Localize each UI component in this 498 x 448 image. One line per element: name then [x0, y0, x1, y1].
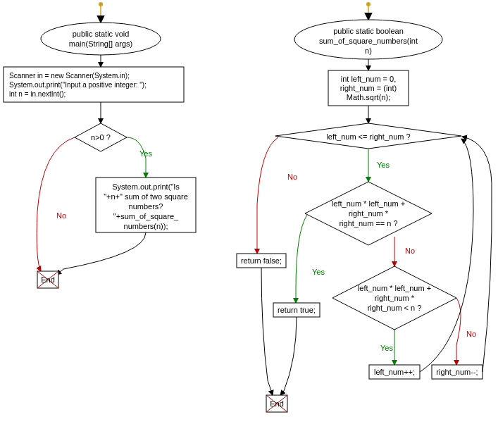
c2-text: right_num *: [375, 294, 415, 302]
act-text: "+n+" sum of two square: [104, 192, 188, 201]
act-text: numbers?: [129, 202, 163, 211]
c2-text: left_num * left_num +: [358, 284, 431, 292]
act-text: System.out.print("Is: [112, 182, 180, 191]
svg-point-6: [366, 2, 371, 6]
yes-label: Yes: [312, 268, 325, 276]
start-text: public static void: [73, 30, 130, 38]
proc-text: Scanner in = new Scanner(System.in);: [9, 72, 130, 80]
no-label: No: [405, 247, 415, 255]
loop-text: left_num <= right_num ?: [326, 132, 410, 141]
start-text: n): [365, 46, 372, 55]
c2-text: right_num < n ?: [368, 304, 422, 312]
end-node-main: End: [37, 271, 58, 288]
dec-text: n>0 ?: [91, 133, 111, 142]
no-label: No: [466, 330, 476, 338]
act-text: "+sum_of_square_: [113, 212, 179, 220]
start-text: main(String[] args): [69, 39, 132, 48]
act-text: numbers(n));: [124, 222, 168, 230]
dec-text: right_num--;: [436, 368, 478, 376]
c1-text: left_num * left_num +: [332, 199, 405, 208]
proc-text: int n = in.nextInt();: [9, 90, 66, 98]
inc-text: left_num++;: [374, 368, 415, 376]
c1-text: right_num *: [349, 209, 389, 218]
start-text: sum_of_square_numbers(int: [319, 37, 418, 45]
ret-false-text: return false;: [241, 256, 282, 265]
proc-text: System.out.print("Input a positive integ…: [9, 81, 147, 89]
start-text: public static boolean: [333, 27, 404, 35]
no-label: No: [56, 211, 66, 220]
no-label: No: [287, 173, 297, 181]
end-node-func: End: [266, 395, 287, 412]
flowchart-canvas: public static void main(String[] args) S…: [0, 0, 498, 448]
end-text: End: [270, 399, 284, 408]
init-text: Math.sqrt(n);: [347, 93, 390, 101]
end-text: End: [41, 275, 55, 284]
yes-label: Yes: [139, 149, 152, 158]
init-text: right_num = (int): [340, 84, 397, 92]
ret-true-text: return true;: [278, 306, 316, 314]
svg-point-0: [99, 2, 103, 6]
init-text: int left_num = 0,: [341, 75, 397, 83]
yes-label: Yes: [377, 161, 390, 169]
c1-text: right_num == n ?: [339, 219, 397, 228]
yes-label: Yes: [380, 344, 393, 352]
